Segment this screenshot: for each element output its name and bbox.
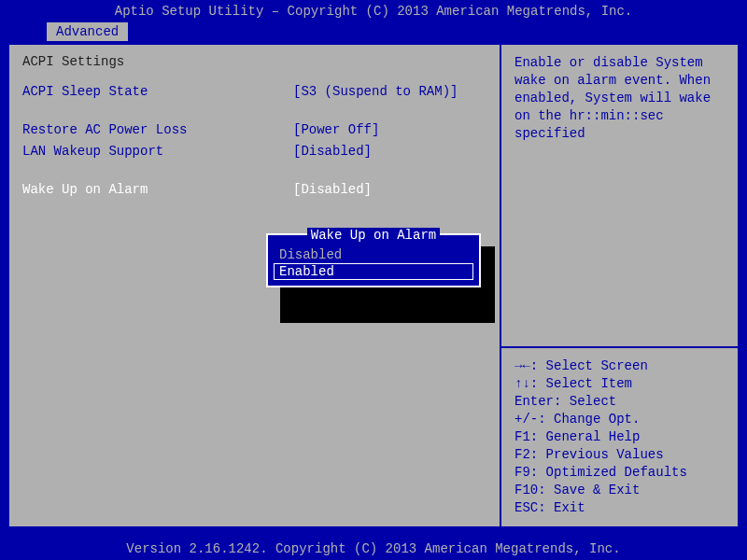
hint-select-screen: →←: Select Screen [514, 357, 725, 375]
tab-row: Advanced [0, 22, 747, 43]
popup-wake-alarm: Wake Up on Alarm Disabled Enabled [266, 233, 481, 287]
hint-f2: F2: Previous Values [514, 446, 725, 464]
hint-select-item: ↑↓: Select Item [514, 375, 725, 393]
setting-restore-ac[interactable]: Restore AC Power Loss [Power Off] [22, 120, 486, 139]
setting-acpi-sleep-state[interactable]: ACPI Sleep State [S3 (Suspend to RAM)] [22, 82, 486, 101]
setting-value: [Disabled] [293, 142, 486, 161]
hint-f1: F1: General Help [514, 428, 725, 446]
help-text: Enable or disable System wake on alarm e… [514, 54, 725, 143]
popup-option-disabled[interactable]: Disabled [274, 246, 473, 263]
bios-footer: Version 2.16.1242. Copyright (C) 2013 Am… [0, 538, 747, 560]
panel-divider [501, 346, 738, 348]
setting-label: Wake Up on Alarm [22, 180, 293, 199]
setting-label: LAN Wakeup Support [22, 142, 293, 161]
setting-wake-alarm[interactable]: Wake Up on Alarm [Disabled] [22, 180, 486, 199]
hint-f9: F9: Optimized Defaults [514, 464, 725, 482]
key-hints: →←: Select Screen ↑↓: Select Item Enter:… [514, 357, 725, 517]
hint-f10: F10: Save & Exit [514, 482, 725, 499]
setting-label: ACPI Sleep State [22, 82, 293, 101]
hint-esc: ESC: Exit [514, 499, 725, 517]
tab-advanced[interactable]: Advanced [47, 22, 128, 41]
section-title: ACPI Settings [22, 54, 486, 69]
bios-header: Aptio Setup Utility – Copyright (C) 2013… [0, 0, 747, 22]
help-panel: Enable or disable System wake on alarm e… [501, 43, 740, 528]
hint-enter: Enter: Select [514, 393, 725, 411]
setting-lan-wakeup[interactable]: LAN Wakeup Support [Disabled] [22, 142, 486, 161]
setting-value: [S3 (Suspend to RAM)] [293, 82, 486, 101]
setting-value: [Disabled] [293, 180, 486, 199]
popup-option-enabled[interactable]: Enabled [274, 263, 473, 280]
setting-value: [Power Off] [293, 120, 486, 139]
setting-label: Restore AC Power Loss [22, 120, 293, 139]
popup-title: Wake Up on Alarm [274, 228, 473, 243]
hint-change-opt: +/-: Change Opt. [514, 411, 725, 428]
